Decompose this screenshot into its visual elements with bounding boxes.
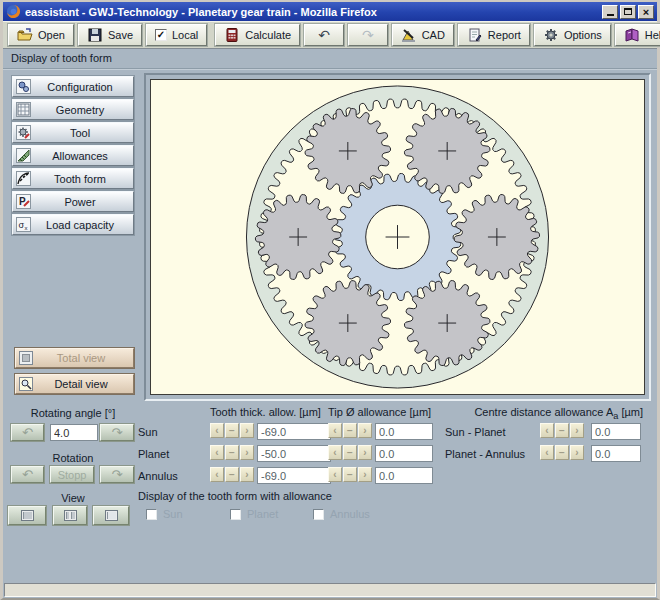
stepper-mid-button[interactable]: − (343, 445, 357, 460)
tooth-thick-stepper-planet: ‹−› (210, 445, 254, 460)
rotation-ccw-icon: ↶ (22, 469, 33, 481)
stepper-mid-button[interactable]: − (225, 467, 239, 482)
rotate-ccw-icon: ↶ (22, 427, 33, 439)
sidebar-item-label: Allowances (31, 150, 133, 162)
tooth-thick-header: Tooth thick. allow. [µm] (210, 406, 321, 418)
sidebar-item-label: Load capacity (31, 219, 133, 231)
calculate-button[interactable]: Calculate (215, 24, 300, 46)
rotate-cw-button[interactable]: ↷ (100, 424, 134, 441)
redo-button[interactable]: ↷ (348, 24, 388, 46)
cad-button[interactable]: CAD (392, 24, 454, 46)
toolbar: Open Save ✓ Local Calculate (3, 21, 657, 49)
stepper-mid-button[interactable]: − (225, 423, 239, 438)
app-window: eassistant - GWJ-Technology - Planetary … (0, 0, 660, 600)
stepper-inc-button[interactable]: › (240, 423, 254, 438)
rotation-cw-icon: ↷ (112, 469, 123, 481)
options-label: Options (564, 29, 602, 41)
stepper-dec-button[interactable]: ‹ (328, 445, 342, 460)
stepper-dec-button[interactable]: ‹ (328, 423, 342, 438)
stepper-inc-button[interactable]: › (570, 423, 584, 438)
report-button[interactable]: Report (458, 24, 530, 46)
allowances-ruler-icon (16, 148, 31, 163)
stepper-dec-button[interactable]: ‹ (540, 423, 554, 438)
sidebar-item-load-capacity[interactable]: σx Load capacity (12, 214, 134, 235)
calculator-icon (224, 27, 240, 43)
view-left-button[interactable] (8, 506, 46, 525)
stop-button[interactable]: Stopp (50, 466, 94, 483)
stepper-inc-button[interactable]: › (570, 445, 584, 460)
redo-icon: ↷ (362, 29, 374, 41)
stepper-mid-button[interactable]: − (555, 423, 569, 438)
tooth-thick-input-annulus[interactable] (257, 467, 331, 484)
local-toggle[interactable]: ✓ Local (146, 24, 207, 46)
sidebar-item-tooth-form[interactable]: Tooth form (12, 168, 134, 189)
tooth-form-icon (16, 171, 31, 186)
rotation-cw-button[interactable]: ↷ (100, 466, 134, 483)
centre-input-planet-annulus[interactable] (591, 445, 641, 462)
tooth-thick-input-sun[interactable] (257, 423, 331, 440)
sun-checkbox[interactable] (146, 509, 157, 520)
total-view-button[interactable]: Total view (15, 348, 134, 368)
rotating-angle-input[interactable] (50, 424, 98, 441)
stepper-inc-button[interactable]: › (358, 467, 372, 482)
rotation-ccw-button[interactable]: ↶ (11, 466, 44, 483)
rotate-ccw-button[interactable]: ↶ (11, 424, 44, 441)
sun-checkbox-label: Sun (163, 508, 183, 520)
allowance-checkbox-sun[interactable]: Sun (146, 508, 183, 520)
save-button[interactable]: Save (78, 24, 142, 46)
stepper-dec-button[interactable]: ‹ (328, 467, 342, 482)
check-icon: ✓ (157, 30, 165, 40)
planetary-gear-diagram (151, 80, 644, 394)
help-button[interactable]: Help (615, 24, 660, 46)
stepper-inc-button[interactable]: › (358, 423, 372, 438)
stepper-dec-button[interactable]: ‹ (210, 423, 224, 438)
annulus-checkbox[interactable] (313, 509, 324, 520)
tooth-thick-input-planet[interactable] (257, 445, 331, 462)
close-icon: × (643, 7, 649, 17)
stepper-mid-button[interactable]: − (343, 423, 357, 438)
allowance-checkbox-annulus[interactable]: Annulus (313, 508, 370, 520)
undo-button[interactable]: ↶ (304, 24, 344, 46)
minimize-button[interactable] (602, 5, 618, 19)
stepper-dec-button[interactable]: ‹ (540, 445, 554, 460)
help-book-icon (624, 27, 640, 43)
firefox-icon (6, 4, 21, 19)
view-split-icon (64, 510, 77, 521)
maximize-button[interactable] (620, 5, 636, 19)
tip-input-annulus[interactable] (375, 467, 433, 484)
view-right-button[interactable] (93, 506, 129, 525)
stepper-inc-button[interactable]: › (358, 445, 372, 460)
sidebar-item-geometry[interactable]: Geometry (12, 99, 134, 120)
sidebar-item-label: Tooth form (31, 173, 133, 185)
open-folder-icon (17, 27, 33, 43)
centre-input-sun-planet[interactable] (591, 423, 641, 440)
options-button[interactable]: Options (534, 24, 611, 46)
local-checkbox[interactable]: ✓ (155, 29, 167, 41)
stepper-mid-button[interactable]: − (555, 445, 569, 460)
sidebar-item-tool[interactable]: Tool (12, 122, 134, 143)
sidebar-item-configuration[interactable]: Configuration (12, 76, 134, 97)
view-right-icon (105, 510, 118, 521)
stepper-inc-button[interactable]: › (240, 445, 254, 460)
tooth-thick-stepper-sun: ‹−› (210, 423, 254, 438)
centre-stepper-sun-planet: ‹−› (540, 423, 584, 438)
sidebar-item-allowances[interactable]: Allowances (12, 145, 134, 166)
planet-checkbox[interactable] (230, 509, 241, 520)
options-gear-icon (543, 27, 559, 43)
titlebar: eassistant - GWJ-Technology - Planetary … (3, 2, 657, 21)
tip-input-planet[interactable] (375, 445, 433, 462)
planet-checkbox-label: Planet (247, 508, 278, 520)
stepper-dec-button[interactable]: ‹ (210, 467, 224, 482)
detail-view-button[interactable]: Detail view (15, 374, 134, 394)
stepper-inc-button[interactable]: › (240, 467, 254, 482)
close-button[interactable]: × (638, 5, 654, 19)
view-split-button[interactable] (53, 506, 87, 525)
tip-input-sun[interactable] (375, 423, 433, 440)
stepper-mid-button[interactable]: − (225, 445, 239, 460)
open-button[interactable]: Open (8, 24, 74, 46)
sidebar-item-power[interactable]: P Power (12, 191, 134, 212)
allowance-checkbox-planet[interactable]: Planet (230, 508, 278, 520)
main-row: Configuration Geometry Tool (3, 69, 657, 401)
stepper-mid-button[interactable]: − (343, 467, 357, 482)
stepper-dec-button[interactable]: ‹ (210, 445, 224, 460)
